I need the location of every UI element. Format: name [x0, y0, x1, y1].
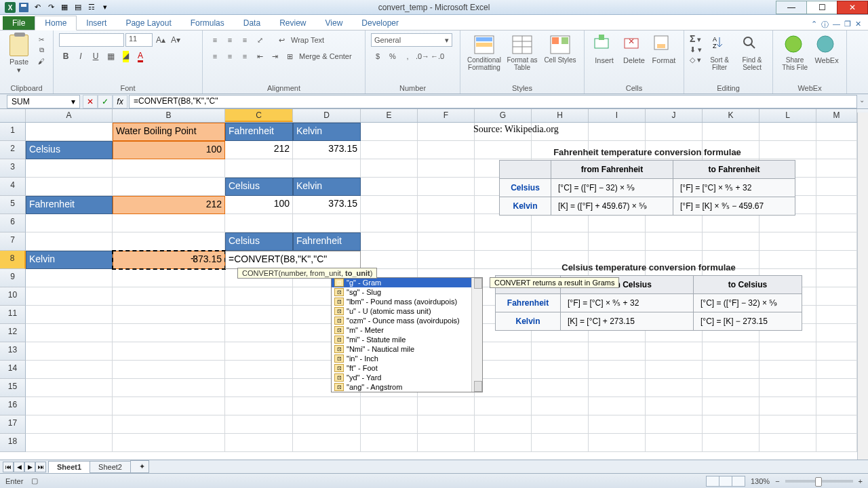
- vertical-scrollbar[interactable]: [857, 113, 868, 460]
- autosum-button[interactable]: Σ ▾: [690, 33, 702, 44]
- col-header[interactable]: G: [475, 109, 532, 122]
- cell[interactable]: [532, 397, 589, 415]
- cell[interactable]: [26, 178, 113, 196]
- new-sheet-button[interactable]: ✦: [130, 460, 149, 473]
- cell[interactable]: [532, 342, 589, 361]
- cell[interactable]: [475, 342, 532, 361]
- cell[interactable]: [703, 342, 760, 361]
- cell[interactable]: [816, 397, 857, 415]
- cell[interactable]: [703, 361, 760, 379]
- insert-cells-button[interactable]: Insert: [590, 33, 618, 79]
- page-layout-view-button[interactable]: [719, 476, 732, 487]
- cell[interactable]: [816, 306, 857, 324]
- cell[interactable]: [589, 379, 646, 397]
- cell[interactable]: [361, 397, 418, 415]
- cell[interactable]: [816, 324, 857, 342]
- cell[interactable]: [760, 214, 816, 232]
- cell[interactable]: [703, 379, 760, 397]
- row-header[interactable]: 9: [0, 269, 26, 287]
- cell[interactable]: [589, 415, 646, 434]
- row-header[interactable]: 8: [0, 251, 26, 269]
- cell[interactable]: [418, 141, 475, 159]
- redo-icon[interactable]: ↷: [45, 2, 57, 13]
- row-header[interactable]: 3: [0, 159, 26, 178]
- cell[interactable]: [225, 434, 293, 452]
- cell[interactable]: Fahrenheit: [225, 123, 293, 141]
- cell[interactable]: [760, 123, 816, 141]
- qat-icon[interactable]: ▦: [58, 2, 71, 13]
- cell[interactable]: [113, 306, 225, 324]
- font-color-button[interactable]: A: [134, 49, 147, 63]
- dropdown-item[interactable]: ⊡"yd" - Yard: [332, 373, 482, 382]
- dropdown-item[interactable]: ⊡"u" - U (atomic mass unit): [332, 306, 482, 316]
- col-header[interactable]: A: [26, 109, 113, 122]
- col-header[interactable]: E: [361, 109, 418, 122]
- cell[interactable]: Fahrenheit: [26, 196, 113, 214]
- row-header[interactable]: 2: [0, 141, 26, 159]
- dropdown-item[interactable]: ⊡"Nmi" - Nautical mile: [332, 344, 482, 354]
- cell[interactable]: [418, 196, 475, 214]
- row-header[interactable]: 13: [0, 342, 26, 361]
- macro-record-icon[interactable]: ▢: [31, 476, 38, 485]
- paste-button[interactable]: Paste▾: [5, 33, 33, 79]
- row-header[interactable]: 11: [0, 306, 26, 324]
- cell[interactable]: [113, 287, 225, 306]
- accounting-icon[interactable]: $: [371, 49, 384, 63]
- last-sheet-button[interactable]: ⏭: [35, 462, 46, 472]
- cell[interactable]: [113, 269, 225, 287]
- cell[interactable]: [418, 178, 475, 196]
- name-box[interactable]: SUM▾: [7, 95, 80, 108]
- cell[interactable]: [532, 214, 589, 232]
- excel-icon[interactable]: X: [4, 2, 16, 13]
- align-center-icon[interactable]: ≡: [223, 49, 237, 63]
- cell[interactable]: [646, 232, 703, 251]
- align-top-icon[interactable]: ≡: [208, 33, 222, 47]
- percent-icon[interactable]: %: [386, 49, 399, 63]
- qat-dropdown-icon[interactable]: ▾: [99, 2, 111, 13]
- cell[interactable]: [532, 361, 589, 379]
- col-header[interactable]: C: [225, 109, 293, 122]
- find-select-button[interactable]: Find & Select: [737, 33, 767, 79]
- cell[interactable]: [532, 232, 589, 251]
- dropdown-item[interactable]: ⊡"sg" - Slug: [332, 287, 482, 297]
- normal-view-button[interactable]: [706, 476, 719, 487]
- cell[interactable]: 373.15✛: [113, 251, 225, 269]
- cell[interactable]: [113, 159, 225, 178]
- cell[interactable]: [816, 269, 857, 287]
- grow-font-icon[interactable]: A▴: [154, 33, 167, 47]
- cell[interactable]: [113, 397, 225, 415]
- cell[interactable]: 212: [225, 141, 293, 159]
- cell[interactable]: [113, 178, 225, 196]
- cell[interactable]: [475, 415, 532, 434]
- cell[interactable]: [816, 251, 857, 269]
- qat-icon[interactable]: ☶: [85, 2, 98, 13]
- italic-button[interactable]: I: [74, 49, 87, 63]
- cell[interactable]: [532, 379, 589, 397]
- cell[interactable]: [816, 178, 857, 196]
- cell[interactable]: [816, 342, 857, 361]
- convert-unit-dropdown[interactable]: ⊡"g" - Gram⊡"sg" - Slug⊡"lbm" - Pound ma…: [331, 277, 483, 392]
- cell[interactable]: [703, 415, 760, 434]
- cell[interactable]: [816, 214, 857, 232]
- row-header[interactable]: 7: [0, 232, 26, 251]
- cell[interactable]: [361, 123, 418, 141]
- cell[interactable]: [760, 361, 816, 379]
- cell[interactable]: [589, 214, 646, 232]
- col-header[interactable]: F: [418, 109, 475, 122]
- col-header[interactable]: H: [532, 109, 589, 122]
- cell[interactable]: [26, 361, 113, 379]
- cell[interactable]: [816, 379, 857, 397]
- prev-sheet-button[interactable]: ◀: [14, 462, 24, 472]
- increase-decimal-icon[interactable]: .0→: [416, 49, 429, 63]
- dropdown-item[interactable]: ⊡"in" - Inch: [332, 354, 482, 363]
- cell[interactable]: [816, 123, 857, 141]
- sheet-tab[interactable]: Sheet1: [48, 461, 90, 473]
- tab-home[interactable]: Home: [35, 16, 77, 30]
- cell[interactable]: 100: [113, 141, 225, 159]
- cell[interactable]: [293, 397, 361, 415]
- cell[interactable]: [703, 214, 760, 232]
- help-icon[interactable]: ⓘ: [821, 20, 829, 30]
- cell[interactable]: [225, 379, 293, 397]
- cell[interactable]: [760, 434, 816, 452]
- cell[interactable]: [418, 232, 475, 251]
